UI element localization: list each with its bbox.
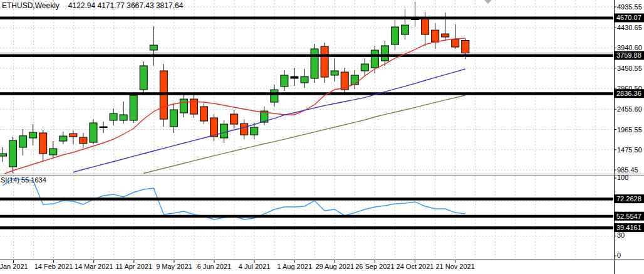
highlighted-axis-label: 3759.88 (615, 51, 644, 60)
candle[interactable] (341, 68, 348, 95)
candle-body[interactable] (150, 45, 157, 50)
candle[interactable] (150, 26, 157, 66)
candle[interactable] (452, 24, 459, 49)
candle[interactable] (170, 103, 177, 133)
candle[interactable] (180, 94, 187, 117)
price-level-line[interactable] (0, 54, 613, 57)
price-level-line[interactable] (0, 92, 613, 95)
candle-body[interactable] (452, 40, 459, 47)
candle-body[interactable] (0, 154, 7, 156)
candle-body[interactable] (9, 140, 17, 167)
candle[interactable] (210, 114, 218, 141)
chart-shift-marker-icon[interactable] (484, 0, 492, 4)
candle-body[interactable] (39, 133, 47, 154)
candle[interactable] (301, 69, 308, 88)
candle-body[interactable] (80, 137, 87, 144)
candle-body[interactable] (221, 124, 228, 138)
candle-body[interactable] (381, 46, 388, 61)
candle-body[interactable] (60, 136, 67, 141)
candle[interactable] (110, 108, 117, 125)
candle-body[interactable] (19, 136, 27, 147)
candle[interactable] (291, 68, 298, 86)
candle[interactable] (331, 58, 338, 82)
candle-body[interactable] (301, 76, 308, 83)
candle[interactable] (130, 93, 137, 123)
price-level-line[interactable] (0, 16, 613, 19)
candle-body[interactable] (402, 25, 409, 34)
candle[interactable] (190, 95, 197, 118)
candle[interactable] (120, 102, 127, 124)
rsi-level-line[interactable] (0, 226, 613, 229)
rsi-level-line[interactable] (0, 215, 613, 218)
candle[interactable] (100, 122, 107, 133)
candle-body[interactable] (110, 113, 117, 120)
candle-body[interactable] (180, 99, 187, 113)
candle-body[interactable] (140, 66, 147, 90)
candle[interactable] (321, 43, 328, 83)
rsi-level-line[interactable] (0, 198, 613, 201)
rsi-axis-label: 100 (617, 174, 628, 181)
candle[interactable] (19, 129, 27, 155)
candle-body[interactable] (311, 49, 318, 78)
candle[interactable] (311, 44, 318, 83)
candle-body[interactable] (241, 124, 248, 135)
candle-body[interactable] (462, 40, 469, 53)
candle[interactable] (432, 23, 439, 49)
time-axis-label: 24 Oct 2021 (397, 263, 434, 270)
candle[interactable] (70, 130, 77, 144)
candle-body[interactable] (361, 64, 368, 71)
candle-body[interactable] (120, 115, 127, 120)
candle-body[interactable] (321, 46, 328, 77)
highlighted-axis-label: 4670.07 (615, 13, 644, 22)
candle-body[interactable] (29, 132, 37, 138)
candle-body[interactable] (281, 75, 288, 87)
candle-body[interactable] (100, 127, 107, 128)
candle-body[interactable] (351, 75, 358, 85)
candle-body[interactable] (422, 18, 429, 34)
candle[interactable] (200, 103, 208, 124)
candle[interactable] (391, 20, 398, 50)
candle[interactable] (231, 110, 238, 129)
candle-body[interactable] (442, 34, 449, 37)
ohlc-values: 4122.94 4171.77 3667.43 3817.64 (68, 1, 184, 10)
candle[interactable] (9, 137, 17, 173)
candle[interactable] (281, 70, 288, 91)
candle-body[interactable] (231, 114, 238, 124)
candle-body[interactable] (271, 90, 278, 102)
chart-canvas[interactable]: 4935.554430.653940.603450.552960.502455.… (0, 0, 644, 274)
candle-body[interactable] (291, 76, 298, 78)
candle[interactable] (29, 124, 37, 145)
candle[interactable] (412, 2, 419, 27)
candle[interactable] (402, 9, 409, 40)
candle[interactable] (49, 141, 57, 158)
label-box-text: 52.5547 (616, 213, 641, 220)
candle[interactable] (39, 130, 47, 161)
candle-body[interactable] (432, 30, 439, 42)
candle-body[interactable] (251, 127, 258, 135)
candle[interactable] (140, 61, 147, 95)
highlighted-axis-label: 39.4161 (615, 223, 644, 232)
candle[interactable] (80, 133, 87, 148)
time-axis-label: 14 Mar 2021 (75, 263, 113, 270)
candle-body[interactable] (391, 27, 398, 45)
candle-body[interactable] (210, 118, 218, 137)
candle-body[interactable] (90, 123, 97, 142)
candle[interactable] (60, 132, 67, 144)
candle[interactable] (271, 85, 278, 107)
candle[interactable] (351, 70, 358, 89)
candle-body[interactable] (70, 134, 77, 137)
candle-body[interactable] (130, 95, 137, 120)
candle-body[interactable] (49, 149, 57, 155)
time-axis-label: 26 Sep 2021 (355, 263, 394, 270)
rsi-pane[interactable] (0, 179, 613, 229)
candle[interactable] (241, 119, 248, 139)
candle-body[interactable] (200, 107, 208, 121)
time-axis-label: 4 Jul 2021 (239, 263, 271, 270)
label-box-text: 39.4161 (616, 224, 641, 231)
candle[interactable] (160, 64, 167, 127)
candle-body[interactable] (371, 50, 378, 68)
candle-body[interactable] (331, 71, 338, 75)
price-axis-label: 3450.55 (617, 65, 642, 72)
candle-body[interactable] (170, 110, 177, 127)
candle[interactable] (90, 119, 97, 144)
